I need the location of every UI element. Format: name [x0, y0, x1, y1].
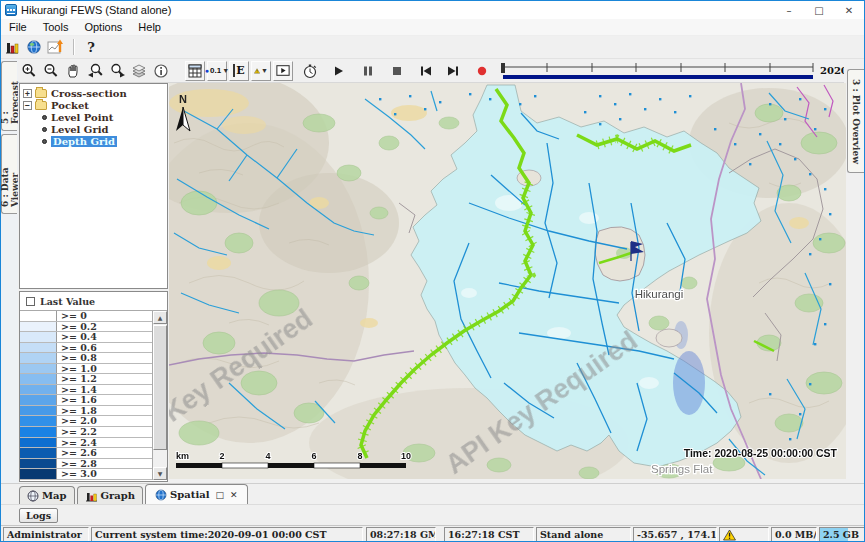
warning-triangle-icon: [723, 529, 736, 541]
expand-icon[interactable]: +: [23, 89, 32, 98]
bar-chart-icon: [4, 39, 20, 55]
info-button[interactable]: [151, 61, 171, 81]
status-memory-gauge: 2.5 GB: [819, 527, 865, 542]
legend-panel: Last Value >= 0>= 0.2>= 0.4>= 0.6>= 0.8>…: [19, 291, 168, 482]
legend-color-swatch: [20, 332, 57, 342]
tab-graph[interactable]: Graph: [77, 486, 144, 504]
tree-item-cross-section[interactable]: + Cross-section: [20, 88, 167, 99]
play-button[interactable]: [329, 61, 349, 81]
time-slider-thumb[interactable]: [501, 63, 505, 73]
map-canvas[interactable]: API Key Required API Key Required Hikura…: [169, 83, 846, 479]
bullet-icon: [42, 115, 47, 120]
tab-maximize-icon[interactable]: □: [216, 490, 225, 500]
close-button[interactable]: ✕: [834, 1, 864, 19]
legend-color-swatch: [20, 406, 57, 416]
legend-row-label: >= 1.6: [57, 395, 97, 405]
logs-button[interactable]: Logs: [19, 508, 58, 523]
menu-options[interactable]: Options: [76, 19, 130, 36]
thresholds-dropdown[interactable]: ▼: [251, 61, 271, 81]
map-time-label: Time: 2020-08-25 00:00:00 CST: [684, 447, 838, 459]
tab-forecast[interactable]: 5 : Forecast: [1, 61, 17, 131]
stop-button[interactable]: [387, 61, 407, 81]
tab-map[interactable]: Map: [19, 486, 75, 504]
minimize-button[interactable]: –: [774, 1, 804, 19]
tab-spatial[interactable]: Spatial □ ✕: [145, 484, 247, 504]
scroll-down-icon[interactable]: ▼: [153, 467, 167, 480]
map-toolbar: ● 0.1 ▼ E ▼: [18, 59, 846, 83]
tree-item-label: Cross-section: [51, 88, 127, 99]
legend-scrollbar[interactable]: ▲ ▼: [152, 311, 167, 480]
legend-color-swatch: [20, 448, 57, 458]
profile-button[interactable]: E: [229, 61, 249, 81]
tree-item-depth-grid[interactable]: Depth Grid: [20, 136, 167, 147]
zoom-previous-button[interactable]: [85, 61, 105, 81]
scroll-thumb[interactable]: [153, 325, 167, 450]
spatial-display-button[interactable]: [46, 37, 66, 57]
zoom-next-button[interactable]: [107, 61, 127, 81]
collapse-icon[interactable]: −: [23, 101, 32, 110]
tab-close-icon[interactable]: ✕: [230, 490, 238, 500]
folder-icon: [35, 89, 47, 98]
layers-icon: [131, 63, 147, 79]
help-button[interactable]: ?: [81, 37, 101, 57]
legend-row-label: >= 2.0: [57, 416, 97, 426]
scroll-up-icon[interactable]: ▲: [153, 311, 167, 324]
scale-tick: 2: [219, 451, 224, 461]
menu-file[interactable]: File: [1, 19, 35, 36]
pause-icon: [363, 66, 373, 76]
menu-tools[interactable]: Tools: [35, 19, 77, 36]
menu-help[interactable]: Help: [130, 19, 169, 36]
zoom-out-button[interactable]: [41, 61, 61, 81]
grid-display-button[interactable]: [185, 61, 205, 81]
zoom-out-icon: [43, 63, 59, 79]
globe-icon: [27, 490, 39, 502]
legend-row-label: >= 0.6: [57, 343, 97, 353]
tree-item-pocket[interactable]: − Pocket: [20, 100, 167, 111]
right-tab-strip: 3 : Plot Overview: [844, 59, 864, 483]
database-display-button[interactable]: [2, 37, 22, 57]
longitudinal-profile-icon: E: [233, 64, 244, 77]
tree-item-level-grid[interactable]: Level Grid: [20, 124, 167, 135]
pan-button[interactable]: [63, 61, 83, 81]
north-label: N: [179, 93, 187, 105]
legend-color-swatch: [20, 311, 57, 321]
step-forward-button[interactable]: [443, 61, 463, 81]
play-icon: [334, 66, 344, 76]
time-slider[interactable]: [499, 62, 815, 80]
last-value-checkbox[interactable]: [26, 297, 35, 306]
tab-data-viewer[interactable]: 6 : Data Viewer: [1, 134, 17, 214]
legend-title: Last Value: [40, 296, 95, 307]
legend-body: >= 0>= 0.2>= 0.4>= 0.6>= 0.8>= 1.0>= 1.2…: [20, 311, 167, 480]
zoom-in-button[interactable]: [19, 61, 39, 81]
status-system-time: Current system time:2020-09-01 00:00 CST: [91, 527, 363, 542]
grid-icon: [188, 64, 202, 78]
map-display-button[interactable]: [24, 37, 44, 57]
legend-row[interactable]: >= 3.0: [20, 469, 152, 480]
logs-row: Logs: [1, 504, 864, 525]
step-back-button[interactable]: [416, 61, 436, 81]
legend-color-swatch: [20, 416, 57, 426]
legend-color-swatch: [20, 322, 57, 332]
skip-start-icon: [420, 66, 432, 76]
status-warning-cell[interactable]: [719, 527, 769, 542]
timer-button[interactable]: [300, 61, 320, 81]
interval-dropdown[interactable]: ● 0.1 ▼: [207, 61, 227, 81]
tab-plot-overview[interactable]: 3 : Plot Overview: [847, 69, 864, 173]
animation-button[interactable]: [273, 61, 293, 81]
globe-icon: [155, 489, 167, 501]
legend-color-swatch: [20, 364, 57, 374]
map-view[interactable]: API Key Required API Key Required Hikura…: [169, 83, 846, 479]
layers-button[interactable]: [129, 61, 149, 81]
maximize-button[interactable]: □: [804, 1, 834, 19]
legend-row[interactable]: >= 0: [20, 311, 152, 322]
timer-icon: [302, 63, 318, 79]
bar-chart-icon: [85, 490, 98, 502]
tree-item-label: Level Point: [51, 112, 113, 123]
pause-button[interactable]: [358, 61, 378, 81]
tree-item-level-point[interactable]: Level Point: [20, 112, 167, 123]
legend-row-label: >= 2.8: [57, 459, 97, 469]
area-label: Springs Flat: [651, 463, 713, 475]
filter-tree: + Cross-section − Pocket Level Point Lev…: [19, 83, 168, 289]
record-button[interactable]: [472, 61, 492, 81]
legend-row[interactable]: >= 2.2: [20, 427, 152, 438]
